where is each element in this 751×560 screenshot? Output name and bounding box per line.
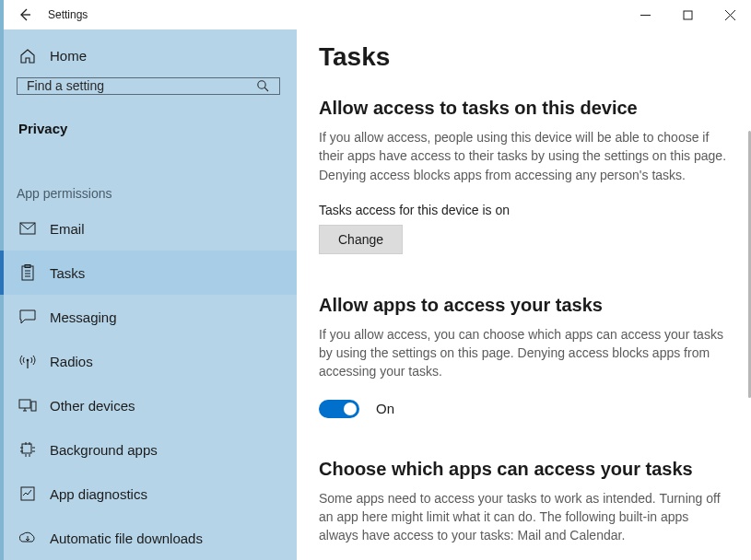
close-icon [725,10,735,20]
sidebar-item-label: Messaging [50,309,117,325]
svg-rect-19 [21,487,34,500]
svg-rect-14 [19,400,30,408]
sidebar-item-label: App diagnostics [50,486,147,502]
toggle-label: On [376,401,394,416]
device-access-status: Tasks access for this device is on [319,203,731,217]
svg-point-4 [258,81,265,88]
app-diagnostics-icon [18,485,37,502]
minimize-button[interactable] [624,0,666,29]
toggle-thumb [344,402,357,415]
back-button[interactable] [6,0,44,29]
sidebar-item-radios[interactable]: Radios [0,339,297,383]
sidebar-item-email[interactable]: Email [0,206,297,251]
section-title: Choose which apps can access your tasks [319,459,731,480]
sidebar-item-label: Automatic file downloads [50,531,203,546]
sidebar-item-label: Radios [50,354,93,369]
sidebar-item-messaging[interactable]: Messaging [0,295,297,339]
svg-rect-17 [31,402,36,411]
download-icon [18,530,37,546]
sidebar-item-auto-file-downloads[interactable]: Automatic file downloads [0,516,297,560]
maximize-icon [683,10,693,20]
titlebar: Settings [0,0,751,29]
left-accent-strip-top [0,0,4,29]
sidebar-nav-list: Email Tasks Messaging Radios [0,206,297,560]
sidebar-category: Privacy [18,121,297,136]
radios-icon [18,353,37,369]
section-app-access: Allow apps to access your tasks If you a… [319,295,731,418]
svg-rect-18 [22,444,31,453]
sidebar-item-other-devices[interactable]: Other devices [0,383,297,427]
sidebar-item-label: Email [50,221,85,237]
sidebar-item-label: Other devices [50,398,135,414]
sidebar-item-background-apps[interactable]: Background apps [0,427,297,472]
sidebar-item-label: Background apps [50,442,158,458]
sidebar-item-app-diagnostics[interactable]: App diagnostics [0,472,297,516]
home-icon [18,48,37,64]
section-title: Allow apps to access your tasks [319,295,731,316]
close-button[interactable] [709,0,751,29]
minimize-icon [640,10,651,20]
sidebar-item-tasks[interactable]: Tasks [0,251,297,295]
background-apps-icon [18,441,37,458]
sidebar-home-label: Home [50,48,87,64]
section-device-access: Allow access to tasks on this device If … [319,98,731,254]
sidebar-item-label: Tasks [50,265,85,281]
section-description: If you allow access, you can choose whic… [319,325,731,381]
search-input[interactable]: Find a setting [17,77,280,95]
svg-point-13 [27,359,29,362]
window-title: Settings [48,8,88,21]
sidebar: Home Find a setting Privacy App permissi… [0,29,297,560]
sidebar-subgroup: App permissions [17,186,297,201]
section-description: Some apps need to access your tasks to w… [319,489,731,545]
svg-line-5 [264,88,268,91]
page-heading: Tasks [319,42,731,72]
content-pane: Tasks Allow access to tasks on this devi… [297,29,751,560]
search-icon [256,79,270,93]
section-choose-apps: Choose which apps can access your tasks … [319,459,731,545]
section-description: If you allow access, people using this d… [319,128,731,184]
sidebar-home[interactable]: Home [0,46,297,66]
search-placeholder: Find a setting [27,78,256,93]
maximize-button[interactable] [666,0,709,29]
messaging-icon [18,309,37,324]
app-access-toggle[interactable] [319,400,359,418]
arrow-left-icon [18,7,32,22]
svg-rect-1 [684,11,692,19]
tasks-icon [18,264,37,281]
section-title: Allow access to tasks on this device [319,98,731,119]
email-icon [18,222,37,235]
other-devices-icon [18,398,37,413]
change-button[interactable]: Change [319,225,403,254]
